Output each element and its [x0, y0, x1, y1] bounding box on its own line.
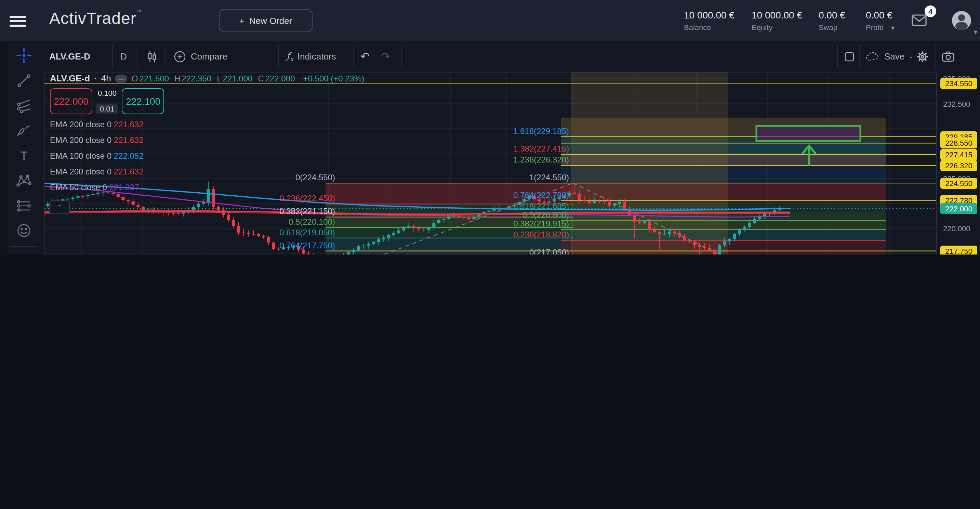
compare-plus-icon: [173, 49, 187, 63]
redo-button[interactable]: ↷: [381, 41, 390, 72]
svg-text:T: T: [20, 149, 27, 162]
svg-text:0.618(219.050): 0.618(219.050): [279, 228, 335, 237]
chart-legend[interactable]: ALV.GE-d · 4h — O221.500 H222.350 L221.0…: [50, 73, 364, 83]
plus-icon: +: [239, 15, 245, 26]
quote-panel: 222.000 0.100 0.01 222.100: [50, 88, 164, 114]
frame-button[interactable]: [843, 41, 856, 72]
swap-metric: 0.00 €Swap: [819, 10, 845, 32]
crosshair-icon[interactable]: [15, 46, 33, 64]
svg-text:0.382(219.915): 0.382(219.915): [513, 219, 569, 228]
svg-text:1.236(226.320): 1.236(226.320): [513, 155, 569, 164]
chevron-down-icon[interactable]: ▼: [890, 25, 896, 32]
menu-icon[interactable]: [10, 13, 26, 28]
svg-text:1(224.550): 1(224.550): [529, 173, 569, 182]
price-level-badge: 217.750: [940, 246, 977, 254]
long-position-icon[interactable]: [15, 197, 33, 215]
current-price-badge: 222.000: [940, 203, 977, 214]
buy-button[interactable]: 222.100: [122, 88, 164, 114]
price-level-badge: 234.550: [940, 78, 977, 89]
save-button[interactable]: Save ⌄: [865, 41, 913, 72]
price-chart[interactable]: 0(224.550)0.236(222.450)0.382(221.150)0.…: [45, 72, 936, 254]
candles-icon: [144, 49, 159, 64]
svg-text:0.764(217.750): 0.764(217.750): [279, 241, 335, 250]
price-tick: 220.000: [943, 224, 970, 233]
settings-button[interactable]: [916, 41, 929, 72]
chart-canvas[interactable]: 0(224.550)0.236(222.450)0.382(221.150)0.…: [45, 72, 936, 254]
svg-text:0.618(221.685): 0.618(221.685): [513, 201, 569, 211]
avatar[interactable]: [952, 11, 971, 30]
undo-button[interactable]: ↶: [360, 41, 370, 72]
gear-icon: [916, 49, 929, 63]
frame-icon: [843, 50, 856, 62]
equity-metric: 10 000.00 €Equity: [752, 10, 802, 32]
svg-text:0.5(220.800): 0.5(220.800): [522, 211, 569, 220]
balance-metric: 10 000.00 €Balance: [684, 10, 735, 32]
svg-text:0.382(221.150): 0.382(221.150): [279, 207, 335, 216]
indicator-row[interactable]: EMA 100 close 0 222.052: [50, 151, 144, 161]
fib-retracement-icon[interactable]: [15, 97, 33, 115]
indicator-row[interactable]: EMA 200 close 0 221.632: [50, 167, 144, 177]
watchlist-edge: [0, 41, 8, 254]
legend-symbol[interactable]: ALV.GE-d: [50, 73, 90, 83]
change-value: +0.500 (+0.23%): [303, 73, 364, 83]
interval-button[interactable]: D: [120, 41, 127, 72]
inbox-badge: 4: [924, 5, 936, 17]
svg-text:0.236(218.820): 0.236(218.820): [513, 230, 569, 239]
text-tool-icon[interactable]: T: [15, 147, 33, 165]
profit-metric: 0.00 €Profit: [866, 10, 892, 32]
collapse-indicators-button[interactable]: ⌃: [49, 201, 70, 214]
svg-text:0.236(222.450): 0.236(222.450): [279, 194, 335, 203]
drawing-toolbar: › T: [0, 41, 45, 254]
candles-style-button[interactable]: [144, 41, 159, 72]
svg-text:1.618(229.185): 1.618(229.185): [513, 126, 569, 136]
indicators-button[interactable]: ƒx Indicators: [286, 41, 336, 72]
top-bar: ActivTrader™ + New Order 10 000.00 €Bala…: [0, 0, 980, 42]
svg-text:0.5(220.100): 0.5(220.100): [289, 217, 335, 227]
indicator-row[interactable]: EMA 200 close 0 221.632: [50, 136, 144, 145]
brush-icon[interactable]: [15, 123, 33, 140]
ohlc-values: O221.500 H222.350 L221.000 C222.000: [132, 73, 299, 83]
svg-text:0(217.050): 0(217.050): [529, 248, 569, 254]
price-level-badge: 227.415: [940, 149, 977, 160]
symbol-button[interactable]: ALV.GE-D: [49, 41, 90, 72]
screenshot-button[interactable]: [941, 41, 955, 72]
price-level-badge: 226.320: [940, 160, 977, 171]
app-window: ActivTrader™ + New Order 10 000.00 €Bala…: [0, 0, 980, 254]
collapse-legend-icon[interactable]: —: [115, 74, 127, 83]
step-value[interactable]: 0.01: [96, 104, 119, 113]
cloud-save-icon: [865, 50, 880, 62]
compare-button[interactable]: Compare: [173, 41, 228, 72]
indicator-row[interactable]: EMA 50 close 0 221.237: [50, 183, 139, 192]
price-level-badge: 224.550: [940, 177, 977, 188]
svg-text:0.764(222.780): 0.764(222.780): [513, 190, 569, 200]
price-tick: 232.500: [943, 99, 970, 108]
price-level-badge: 228.550: [940, 137, 977, 148]
xabcd-pattern-icon[interactable]: [15, 172, 33, 190]
fx-icon: ƒx: [286, 50, 293, 62]
emoji-icon[interactable]: [15, 222, 33, 239]
sell-button[interactable]: 222.000: [50, 88, 92, 114]
chart-toolbar: ALV.GE-D D Compare ƒx Indicators ↶ ↷ Sav…: [45, 41, 980, 72]
app-logo: ActivTrader™: [49, 9, 142, 28]
camera-icon: [941, 50, 955, 63]
price-axis[interactable]: 235.000232.500225.000220.000215.00080.00…: [936, 72, 980, 254]
ruler-icon[interactable]: [15, 253, 33, 254]
svg-text:0(224.550): 0(224.550): [296, 173, 335, 182]
legend-interval[interactable]: 4h: [101, 73, 111, 83]
indicator-row[interactable]: EMA 200 close 0 221.632: [50, 120, 144, 129]
spread-value: 0.100: [96, 89, 119, 97]
chevron-down-icon[interactable]: ▼: [972, 29, 978, 35]
svg-text:1.382(227.415): 1.382(227.415): [513, 144, 569, 153]
new-order-button[interactable]: + New Order: [219, 9, 313, 32]
trend-line-icon[interactable]: [15, 72, 33, 89]
